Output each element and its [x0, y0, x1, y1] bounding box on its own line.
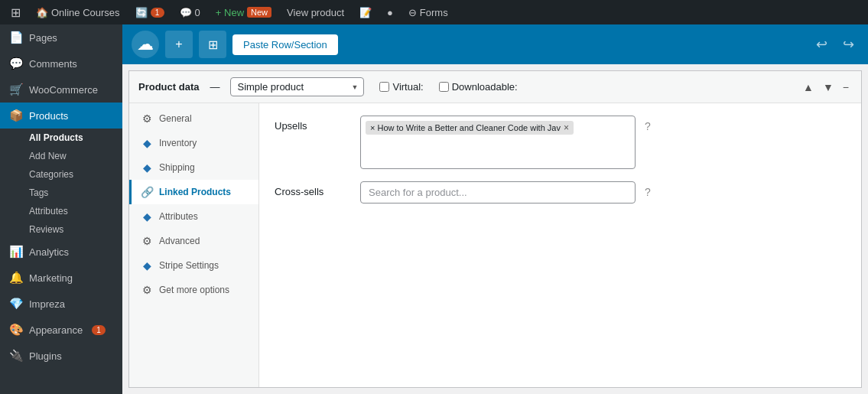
upsells-field-row: Upsells × How to Write a Better and Clea…	[275, 116, 846, 169]
sidebar-label-impreza: Impreza	[29, 298, 65, 310]
collapse-down-button[interactable]: ▼	[820, 80, 837, 95]
comments-link[interactable]: 💬 0	[175, 0, 205, 24]
home-icon: 🏠	[36, 7, 48, 18]
main-layout: 📄 Pages 💬 Comments 🛒 WooCommerce 📦 Produ…	[0, 24, 868, 394]
shipping-tab-icon: ◆	[141, 161, 153, 174]
advanced-tab-icon: ⚙	[141, 235, 153, 247]
sidebar-item-woocommerce[interactable]: 🛒 WooCommerce	[0, 77, 122, 103]
add-new-label: Add New	[29, 151, 67, 161]
virtual-checkbox[interactable]	[379, 82, 389, 92]
site-name-link[interactable]: 🏠 Online Courses	[31, 0, 125, 24]
tab-shipping[interactable]: ◆ Shipping	[129, 155, 258, 180]
sidebar-label-plugins: Plugins	[29, 350, 62, 362]
tab-linked-products[interactable]: 🔗 Linked Products	[129, 180, 258, 204]
cross-sells-control	[360, 181, 636, 204]
upsell-tag-remove[interactable]: ×	[564, 122, 569, 133]
advanced-tab-label: Advanced	[159, 236, 200, 246]
cross-sells-field-row: Cross-sells ?	[275, 181, 846, 204]
tab-general[interactable]: ⚙ General	[129, 106, 258, 131]
appearance-icon: 🎨	[9, 323, 23, 337]
product-tabs: ⚙ General ◆ Inventory ◆ Shipping 🔗 Linke…	[129, 103, 259, 387]
forms-link[interactable]: ⊖ Forms	[404, 0, 453, 24]
add-element-button[interactable]: +	[165, 31, 193, 58]
tags-label: Tags	[29, 187, 48, 198]
cross-sells-label: Cross-sells	[275, 181, 351, 197]
plugins-icon: 🔌	[9, 349, 23, 363]
forms-label: Forms	[420, 7, 448, 18]
sidebar-label-products: Products	[29, 110, 68, 122]
sidebar-sub-reviews[interactable]: Reviews	[0, 220, 122, 239]
sidebar-item-comments[interactable]: 💬 Comments	[0, 50, 122, 77]
sidebar-sub-all-products[interactable]: All Products	[0, 129, 122, 147]
sidebar-sub-add-new[interactable]: Add New	[0, 147, 122, 165]
sidebar-sub-categories[interactable]: Categories	[0, 165, 122, 184]
inventory-tab-label: Inventory	[159, 138, 197, 148]
sidebar-sub-tags[interactable]: Tags	[0, 184, 122, 202]
tab-advanced[interactable]: ⚙ Advanced	[129, 229, 258, 253]
view-product-link[interactable]: View product	[282, 0, 349, 24]
cross-sells-search[interactable]	[360, 181, 636, 204]
collapse-up-button[interactable]: ▲	[800, 80, 817, 95]
sidebar-item-marketing[interactable]: 🔔 Marketing	[0, 265, 122, 291]
wp-logo[interactable]: ⊞	[6, 0, 25, 24]
sidebar-item-appearance[interactable]: 🎨 Appearance 1	[0, 317, 122, 343]
tab-attributes[interactable]: ◆ Attributes	[129, 204, 258, 229]
sidebar-item-products[interactable]: 📦 Products	[0, 103, 122, 129]
new-label: + New	[216, 7, 244, 18]
inventory-tab-icon: ◆	[141, 137, 153, 149]
sidebar-item-impreza[interactable]: 💎 Impreza	[0, 291, 122, 317]
tab-stripe-settings[interactable]: ◆ Stripe Settings	[129, 253, 258, 278]
paste-row-button[interactable]: Paste Row/Section	[232, 34, 338, 55]
upsells-box[interactable]: × How to Write a Better and Cleaner Code…	[360, 116, 636, 169]
new-content-link[interactable]: + New New	[211, 0, 276, 24]
site-name: Online Courses	[51, 7, 120, 18]
appearance-badge: 1	[92, 325, 106, 335]
product-type-select[interactable]: Simple product Variable product Grouped …	[230, 77, 364, 96]
updates-link[interactable]: 🔄 1	[131, 0, 169, 24]
builder-toolbar: ☁ + ⊞ Paste Row/Section ↩ ↪	[122, 24, 868, 64]
downloadable-checkbox[interactable]	[439, 82, 449, 92]
updates-count: 1	[151, 8, 164, 18]
categories-label: Categories	[29, 169, 73, 180]
tab-inventory[interactable]: ◆ Inventory	[129, 131, 258, 155]
stripe-tab-icon: ◆	[141, 259, 153, 272]
product-data-panel: Product data — Simple product Variable p…	[128, 70, 862, 388]
cross-sells-help-icon[interactable]: ?	[645, 181, 651, 198]
upsell-tag[interactable]: × How to Write a Better and Cleaner Code…	[366, 121, 574, 135]
sidebar-item-pages[interactable]: 📄 Pages	[0, 24, 122, 50]
products-icon: 📦	[9, 109, 23, 122]
downloadable-check-label[interactable]: Downloadable:	[439, 81, 518, 93]
view-product-label: View product	[287, 7, 344, 18]
virtual-label: Virtual:	[392, 81, 423, 93]
sidebar: 📄 Pages 💬 Comments 🛒 WooCommerce 📦 Produ…	[0, 24, 122, 394]
comments-nav-icon: 💬	[9, 57, 23, 70]
general-tab-label: General	[159, 113, 192, 124]
redo-button[interactable]: ↪	[838, 33, 859, 56]
linked-products-content: Upsells × How to Write a Better and Clea…	[259, 103, 861, 387]
attributes-tab-icon: ◆	[141, 210, 153, 223]
content-area: ☁ + ⊞ Paste Row/Section ↩ ↪ Product data…	[122, 24, 868, 394]
builder-logo: ☁	[132, 31, 159, 58]
undo-button[interactable]: ↩	[811, 33, 832, 56]
product-data-label: Product data	[138, 81, 199, 93]
sidebar-item-analytics[interactable]: 📊 Analytics	[0, 239, 122, 265]
tab-get-more-options[interactable]: ⚙ Get more options	[129, 278, 258, 302]
shipping-tab-label: Shipping	[159, 162, 195, 173]
attributes-tab-label: Attributes	[159, 211, 198, 222]
product-data-header: Product data — Simple product Variable p…	[129, 71, 861, 103]
sidebar-sub-attributes[interactable]: Attributes	[0, 202, 122, 220]
yoast-icon[interactable]: 📝	[355, 0, 376, 24]
layout-button[interactable]: ⊞	[199, 31, 226, 58]
upsells-help-icon[interactable]: ?	[645, 116, 651, 132]
sidebar-item-plugins[interactable]: 🔌 Plugins	[0, 343, 122, 369]
virtual-check-label[interactable]: Virtual:	[379, 81, 423, 93]
sidebar-label-comments: Comments	[29, 58, 77, 70]
sidebar-label-marketing: Marketing	[29, 272, 73, 284]
analytics-icon: 📊	[9, 245, 23, 259]
general-tab-icon: ⚙	[141, 112, 153, 125]
product-type-wrapper: Simple product Variable product Grouped …	[230, 77, 364, 96]
upsell-tag-text: × How to Write a Better and Cleaner Code…	[370, 123, 561, 132]
downloadable-label: Downloadable:	[452, 81, 518, 93]
upsells-label: Upsells	[275, 116, 351, 132]
toggle-panel-button[interactable]: −	[840, 80, 852, 95]
